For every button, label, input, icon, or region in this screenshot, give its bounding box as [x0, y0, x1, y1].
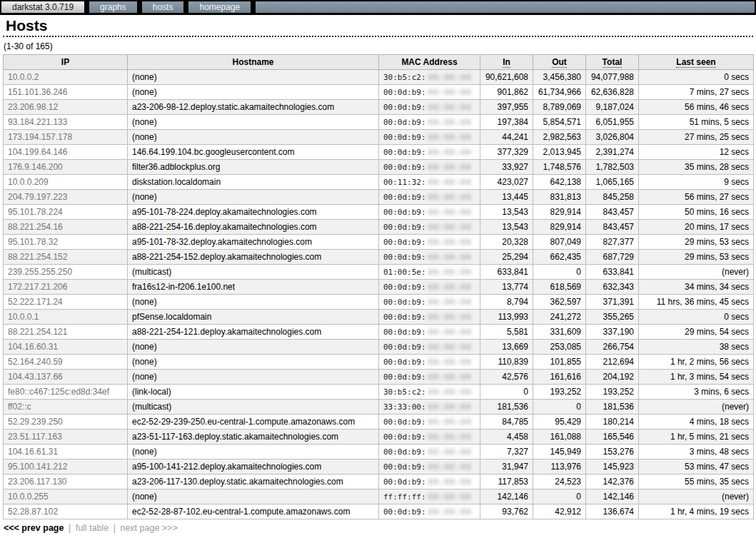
- sort-in-link[interactable]: In: [503, 57, 510, 68]
- host-ip-link[interactable]: 95.100.141.212: [4, 460, 128, 474]
- mac-prefix: 00:0d:b9:: [383, 223, 426, 232]
- mac-prefix: 00:0d:b9:: [383, 133, 426, 142]
- host-out-cell: 193,252: [533, 385, 586, 400]
- host-ip-link[interactable]: 10.0.0.209: [4, 175, 128, 190]
- host-hostname-cell: a95-101-78-224.deploy.akamaitechnologies…: [128, 205, 379, 220]
- host-last-seen-cell: 53 mins, 47 secs: [639, 460, 754, 474]
- host-mac-cell: 33:33:00:00:00:00: [379, 400, 480, 415]
- host-ip-link[interactable]: 104.199.64.146: [4, 145, 128, 160]
- host-ip-link[interactable]: 95.101.78.224: [4, 205, 128, 220]
- host-ip-link[interactable]: ff02::c: [4, 400, 128, 415]
- host-ip-link[interactable]: 52.28.87.102: [4, 504, 128, 519]
- host-hostname-cell: ec2-52-29-239-250.eu-central-1.compute.a…: [128, 415, 379, 430]
- host-out-cell: 253,085: [533, 340, 586, 355]
- host-out-cell: 0: [533, 265, 586, 280]
- mac-redacted-blur: 00:00:00: [428, 133, 472, 142]
- host-ip-link[interactable]: 88.221.254.152: [4, 250, 128, 265]
- mac-redacted-blur: 00:00:00: [428, 417, 472, 427]
- host-ip-link[interactable]: 52.222.171.24: [4, 295, 128, 310]
- table-row: 10.0.0.255 (none) ff:ff:ff:00:00:00 142,…: [4, 489, 754, 504]
- mac-prefix: 00:0d:b9:: [383, 103, 426, 112]
- host-out-cell: 161,616: [533, 370, 586, 385]
- host-hostname-cell: (none): [128, 340, 379, 355]
- host-hostname-cell: (none): [128, 70, 379, 85]
- host-last-seen-cell: 11 hrs, 36 mins, 45 secs: [639, 295, 754, 310]
- host-ip-link[interactable]: 52.164.240.59: [4, 355, 128, 370]
- mac-prefix: 00:0d:b9:: [383, 118, 426, 127]
- host-ip-link[interactable]: 204.79.197.223: [4, 190, 128, 205]
- table-row: fe80::c467:125c:ed8d:34ef (link-local) 3…: [4, 385, 754, 400]
- host-mac-cell: 00:0d:b9:00:00:00: [379, 115, 480, 130]
- host-last-seen-cell: 38 secs: [639, 340, 754, 355]
- col-header-total: Total: [586, 55, 639, 70]
- host-hostname-cell: a23-51-117-163.deploy.static.akamaitechn…: [128, 430, 379, 445]
- host-total-cell: 843,457: [586, 205, 639, 220]
- host-total-cell: 180,214: [586, 415, 639, 430]
- tab-hosts[interactable]: hosts: [142, 1, 184, 13]
- host-in-cell: 31,947: [480, 460, 533, 474]
- mac-redacted-blur: 00:00:00: [428, 238, 472, 247]
- tab-graphs[interactable]: graphs: [89, 1, 137, 13]
- host-ip-link[interactable]: 88.221.254.121: [4, 325, 128, 340]
- host-ip-link[interactable]: 10.0.0.1: [4, 310, 128, 325]
- host-ip-link[interactable]: 52.29.239.250: [4, 415, 128, 430]
- host-ip-link[interactable]: 23.51.117.163: [4, 430, 128, 445]
- host-in-cell: 20,328: [480, 235, 533, 250]
- host-out-cell: 807,049: [533, 235, 586, 250]
- host-mac-cell: 00:0d:b9:00:00:00: [379, 250, 480, 265]
- table-row: 104.43.137.66 (none) 00:0d:b9:00:00:00 4…: [4, 370, 754, 385]
- host-ip-link[interactable]: 176.9.146.200: [4, 160, 128, 175]
- tab-homepage[interactable]: homepage: [188, 1, 251, 13]
- host-out-cell: 331,609: [533, 325, 586, 340]
- host-ip-link[interactable]: 104.16.60.31: [4, 340, 128, 355]
- host-ip-link[interactable]: 173.194.157.178: [4, 130, 128, 145]
- host-ip-link[interactable]: 239.255.255.250: [4, 265, 128, 280]
- next-page-link[interactable]: next page >>>: [120, 523, 177, 533]
- host-ip-link[interactable]: 95.101.78.32: [4, 235, 128, 250]
- mac-prefix: 00:0d:b9:: [383, 283, 426, 292]
- mac-redacted-blur: 00:00:00: [428, 298, 472, 307]
- host-ip-link[interactable]: fe80::c467:125c:ed8d:34ef: [4, 385, 128, 400]
- host-hostname-cell: ec2-52-28-87-102.eu-central-1.compute.am…: [128, 504, 379, 519]
- host-total-cell: 145,923: [586, 460, 639, 474]
- host-total-cell: 1,782,503: [586, 160, 639, 175]
- mac-redacted-blur: 00:00:00: [428, 387, 472, 397]
- mac-redacted-blur: 00:00:00: [428, 462, 472, 472]
- host-in-cell: 377,329: [480, 145, 533, 160]
- host-out-cell: 95,429: [533, 415, 586, 430]
- host-ip-link[interactable]: 23.206.98.12: [4, 100, 128, 115]
- host-ip-link[interactable]: 10.0.0.255: [4, 489, 128, 504]
- host-total-cell: 136,674: [586, 504, 639, 519]
- sort-out-link[interactable]: Out: [552, 57, 567, 68]
- host-ip-link[interactable]: 88.221.254.16: [4, 220, 128, 235]
- host-mac-cell: 00:0d:b9:00:00:00: [379, 415, 480, 430]
- host-ip-link[interactable]: 104.43.137.66: [4, 370, 128, 385]
- host-total-cell: 9,187,024: [586, 100, 639, 115]
- host-total-cell: 266,754: [586, 340, 639, 355]
- host-ip-link[interactable]: 10.0.0.2: [4, 70, 128, 85]
- sort-total-link[interactable]: Total: [603, 57, 623, 68]
- host-hostname-cell: diskstation.localdomain: [128, 175, 379, 190]
- host-mac-cell: 00:0d:b9:00:00:00: [379, 145, 480, 160]
- host-ip-link[interactable]: 104.16.61.31: [4, 445, 128, 460]
- host-last-seen-cell: 12 secs: [639, 145, 754, 160]
- host-ip-link[interactable]: 172.217.21.206: [4, 280, 128, 295]
- host-in-cell: 93,762: [480, 504, 533, 519]
- host-last-seen-cell: 56 mins, 27 secs: [639, 190, 754, 205]
- host-ip-link[interactable]: 93.184.221.133: [4, 115, 128, 130]
- host-in-cell: 117,853: [480, 474, 533, 489]
- host-total-cell: 142,376: [586, 474, 639, 489]
- host-ip-link[interactable]: 151.101.36.246: [4, 85, 128, 100]
- sort-last-seen-link[interactable]: Last seen: [676, 57, 715, 68]
- host-ip-link[interactable]: 23.206.117.130: [4, 474, 128, 489]
- host-out-cell: 3,456,380: [533, 70, 586, 85]
- table-row: 104.199.64.146 146.64.199.104.bc.googleu…: [4, 145, 754, 160]
- host-last-seen-cell: 1 hr, 4 mins, 19 secs: [639, 504, 754, 519]
- host-hostname-cell: (none): [128, 295, 379, 310]
- host-total-cell: 355,265: [586, 310, 639, 325]
- host-mac-cell: 00:0d:b9:00:00:00: [379, 355, 480, 370]
- full-table-link[interactable]: full table: [76, 523, 109, 533]
- host-last-seen-cell: (never): [639, 489, 754, 504]
- mac-prefix: 00:0d:b9:: [383, 477, 426, 487]
- mac-redacted-blur: 00:00:00: [428, 88, 472, 97]
